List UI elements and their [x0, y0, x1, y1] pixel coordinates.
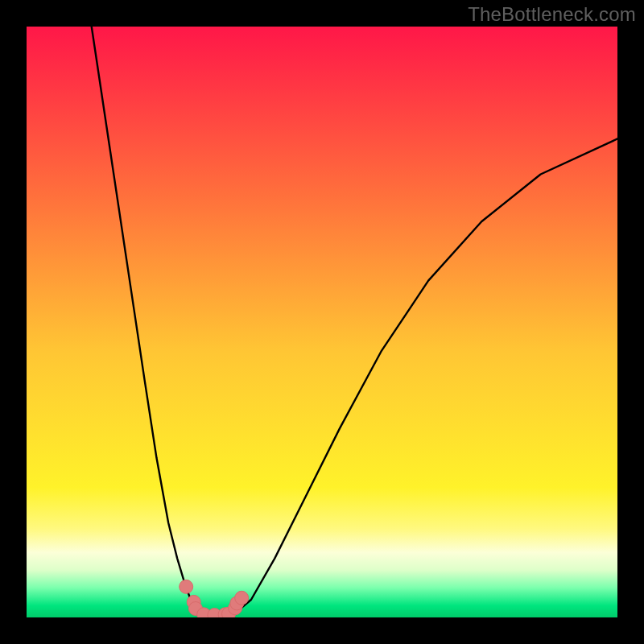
watermark-text: TheBottleneck.com	[468, 3, 636, 26]
curve-layer	[27, 27, 617, 617]
bottleneck-curve	[92, 27, 617, 617]
plot-area	[27, 27, 617, 617]
chart-frame: TheBottleneck.com	[0, 0, 644, 644]
curve-path	[92, 27, 617, 617]
data-marker	[235, 591, 249, 605]
data-markers	[180, 580, 249, 617]
data-marker	[180, 580, 193, 593]
